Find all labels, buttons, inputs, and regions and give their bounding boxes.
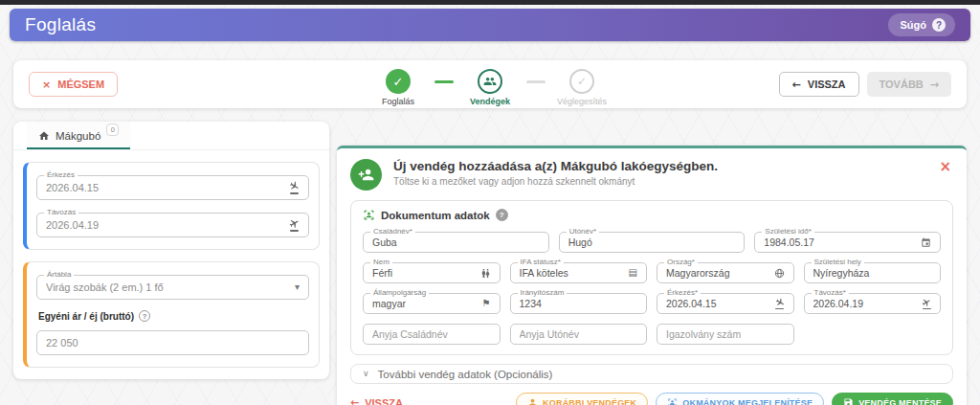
guest-count-badge: 0	[106, 124, 119, 136]
guest-back-link[interactable]: ← VISSZA	[350, 397, 403, 405]
flight-land-icon	[775, 298, 785, 310]
guest-departure-input[interactable]	[813, 298, 918, 309]
mother-family-name-input[interactable]	[372, 328, 491, 340]
field-label: Születési idő*	[762, 228, 813, 236]
given-name-input[interactable]	[568, 236, 736, 248]
field-label: Utónév*	[567, 228, 599, 236]
field-label: Családnév*	[370, 228, 415, 236]
window-top-strip	[0, 0, 980, 5]
zip-input[interactable]	[520, 298, 638, 309]
step-label: Véglegesítés	[557, 97, 607, 106]
price-table-select[interactable]: Ártábla ▾	[36, 275, 309, 300]
birth-place-field: Születési hely	[804, 262, 942, 283]
field-label: Nem	[370, 259, 392, 266]
given-name-field: Utónév*	[559, 232, 746, 253]
stepper: ✓ Foglalás Vendégek ✓ Véglegesítés	[362, 69, 618, 106]
help-button[interactable]: Súgó ?	[888, 13, 956, 36]
document-number-input[interactable]	[666, 328, 785, 340]
question-icon: ?	[932, 18, 946, 32]
previous-guests-label: KORÁBBI VENDÉGEK	[543, 398, 636, 405]
house-icon	[38, 130, 50, 142]
step-connector	[526, 80, 546, 83]
custom-price-label: Egyéni ár / éj (bruttó)	[38, 311, 134, 322]
family-name-input[interactable]	[372, 236, 540, 248]
save-guest-button[interactable]: VENDÉG MENTÉSE	[832, 393, 953, 405]
tax-status-icon: ▤	[629, 268, 637, 278]
document-scan-icon	[667, 397, 678, 405]
field-label: Irányítószám	[518, 289, 568, 297]
flag-icon: ⚑	[482, 299, 491, 308]
calendar-icon[interactable]	[921, 237, 931, 248]
gender-input[interactable]	[372, 267, 476, 279]
guest-arrival-input[interactable]	[666, 298, 770, 309]
back-button-label: VISSZA	[808, 79, 846, 90]
step-active-circle	[478, 69, 502, 94]
cancel-button[interactable]: × MÉGSEM	[29, 72, 118, 97]
globe-icon	[774, 268, 785, 279]
field-label: Ország*	[664, 259, 698, 266]
document-row-4	[363, 324, 941, 345]
field-label: Távozás*	[812, 289, 849, 297]
next-button[interactable]: TOVÁBB →	[867, 72, 951, 97]
arrow-left-icon: ←	[350, 397, 359, 405]
show-documents-button[interactable]: OKMÁNYOK MEGJELENÍTÉSE	[656, 393, 824, 405]
mother-given-name-field	[510, 324, 648, 345]
close-guest-panel-button[interactable]: ×	[939, 160, 951, 174]
more-guest-data-label: További vendég adatok (Opcionális)	[378, 369, 553, 380]
unit-panel: Mákgubó 0 Érkezés Távozás	[13, 122, 329, 379]
guest-panel-footer: ← VISSZA KORÁBBI VENDÉGEK OKMÁNYOK MEGJE…	[350, 393, 953, 405]
gender-field[interactable]: Nem	[363, 262, 501, 283]
show-documents-label: OKMÁNYOK MEGJELENÍTÉSE	[682, 398, 813, 405]
document-number-field	[657, 324, 794, 345]
step-vendegek[interactable]: Vendégek	[454, 69, 526, 106]
step-connector	[434, 80, 454, 83]
birth-place-input[interactable]	[813, 267, 932, 279]
arrow-left-icon: ←	[792, 79, 801, 90]
arrival-input[interactable]	[46, 182, 284, 193]
check-icon: ✓	[393, 76, 404, 88]
previous-guests-button[interactable]: KORÁBBI VENDÉGEK	[516, 393, 648, 405]
mother-family-name-field	[363, 324, 501, 345]
help-icon[interactable]: ?	[496, 209, 508, 221]
arrival-field-label: Érkezés	[44, 171, 78, 179]
guest-panel-subtitle: Töltse ki a mezőket vagy adjon hozzá szk…	[393, 176, 718, 187]
field-label: IFA státusz*	[518, 259, 564, 266]
dates-card: Érkezés Távozás	[23, 162, 320, 250]
price-table-label: Ártábla	[44, 271, 74, 279]
nationality-field[interactable]: Állampolgárság ⚑	[363, 293, 501, 314]
country-input[interactable]	[666, 267, 769, 279]
ifa-status-field[interactable]: IFA státusz* ▤	[510, 262, 648, 283]
mother-given-name-input[interactable]	[520, 328, 638, 340]
departure-field-label: Távozás	[44, 209, 78, 216]
custom-price-input[interactable]	[46, 337, 300, 349]
more-guest-data-toggle[interactable]: ∨ További vendég adatok (Opcionális)	[350, 364, 953, 384]
next-button-label: TOVÁBB	[880, 79, 924, 90]
step-pending-circle: ✓	[569, 69, 594, 94]
departure-input[interactable]	[46, 219, 284, 231]
document-data-section: Dokumentum adatok ? Családnév* Utónév* S…	[350, 200, 953, 355]
guests-icon	[483, 75, 497, 88]
help-button-label: Súgó	[901, 19, 927, 31]
save-icon	[843, 397, 854, 405]
back-button[interactable]: ← VISSZA	[779, 72, 859, 97]
step-foglalas[interactable]: ✓ Foglalás	[362, 69, 434, 106]
zip-field: Irányítószám	[510, 293, 648, 314]
birth-date-input[interactable]	[764, 236, 916, 248]
document-row-1: Családnév* Utónév* Születési idő*	[363, 232, 941, 253]
step-label: Foglalás	[382, 97, 414, 106]
price-table-value[interactable]	[46, 281, 290, 293]
country-field[interactable]: Ország*	[657, 262, 794, 283]
pricing-card: Ártábla ▾ Egyéni ár / éj (bruttó) ?	[23, 261, 320, 368]
info-icon[interactable]: ?	[139, 310, 150, 322]
ifa-status-input[interactable]	[520, 267, 624, 279]
chevron-down-icon: ∨	[363, 370, 369, 378]
family-name-field: Családnév*	[363, 232, 549, 253]
nationality-input[interactable]	[372, 298, 478, 309]
departure-field: Távozás	[36, 213, 309, 237]
step-done-circle: ✓	[386, 69, 411, 94]
page-title: Foglalás	[25, 14, 96, 35]
tab-makgubo[interactable]: Mákgubó 0	[27, 122, 130, 149]
wc-icon	[480, 268, 491, 279]
arrival-field: Érkezés	[36, 175, 309, 200]
unit-tab-bar: Mákgubó 0	[13, 122, 329, 150]
